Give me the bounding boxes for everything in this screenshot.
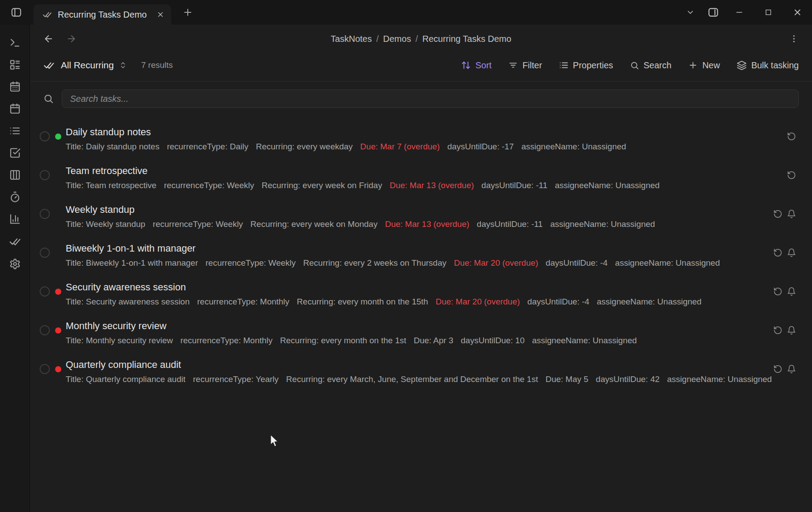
task-title: Biweekly 1-on-1 with manager [66, 243, 796, 254]
sidebar-toggle-icon[interactable] [11, 7, 22, 18]
view-title[interactable]: All Recurring [61, 60, 114, 70]
task-actions [787, 171, 796, 180]
plus-icon [688, 60, 698, 70]
meta-title: Title: Biweekly 1-on-1 with manager [66, 258, 198, 267]
recurrence-refresh-icon[interactable] [773, 287, 782, 296]
recurrence-refresh-icon[interactable] [787, 132, 796, 141]
task-row[interactable]: Daily standup notes Title: Daily standup… [30, 122, 812, 161]
timer-icon[interactable] [9, 191, 21, 203]
task-checkbox[interactable] [40, 248, 50, 258]
left-ribbon [0, 25, 30, 512]
task-actions [773, 326, 796, 335]
toolbar-actions: Sort Filter Properties Search New Bulk t… [461, 60, 799, 70]
search-icon [630, 61, 639, 70]
task-meta: Title: Quarterly compliance auditrecurre… [66, 375, 796, 384]
new-task-button[interactable]: New [688, 60, 720, 70]
meta-recurrence-type: recurrenceType: Monthly [180, 336, 272, 345]
meta-recurring: Recurring: every 2 weeks on Thursday [303, 258, 447, 267]
bulk-tasking-button[interactable]: Bulk tasking [737, 60, 799, 70]
breadcrumb-tasknotes[interactable]: TaskNotes [331, 34, 372, 44]
tab-list-chevron-icon[interactable] [679, 0, 702, 25]
recurrence-refresh-icon[interactable] [773, 364, 782, 374]
task-checkbox[interactable] [40, 170, 50, 180]
breadcrumb-demos[interactable]: Demos [383, 34, 411, 44]
recurrence-refresh-icon[interactable] [787, 171, 796, 180]
nav-header: TaskNotes/Demos/Recurring Tasks Demo [30, 25, 812, 53]
right-sidebar-toggle-icon[interactable] [702, 0, 725, 25]
bar-chart-icon[interactable] [9, 213, 21, 225]
task-checkbox[interactable] [40, 286, 50, 297]
view-selector-chevrons-icon[interactable] [119, 61, 127, 69]
recurrence-refresh-icon[interactable] [773, 326, 782, 335]
task-meta: Title: Security awareness sessionrecurre… [66, 297, 796, 307]
calendar-days-icon[interactable] [9, 81, 21, 93]
status-dot-green [55, 134, 61, 140]
maximize-button[interactable] [754, 0, 783, 25]
meta-days-until-due: daysUntilDue: -11 [481, 181, 548, 190]
new-tab-button[interactable] [183, 7, 193, 18]
task-row[interactable]: Monthly security review Title: Monthly s… [30, 316, 812, 355]
check-square-icon[interactable] [9, 147, 21, 159]
task-meta: Title: Biweekly 1-on-1 with managerrecur… [66, 258, 796, 268]
properties-button[interactable]: Properties [559, 60, 613, 70]
task-meta: Title: Team retrospectiverecurrenceType:… [66, 181, 796, 190]
meta-due-date: Due: Mar 20 (overdue) [436, 297, 520, 306]
task-checkbox[interactable] [40, 364, 50, 374]
task-row[interactable]: Team retrospective Title: Team retrospec… [30, 161, 812, 200]
task-meta: Title: Monthly security reviewrecurrence… [66, 336, 796, 345]
meta-days-until-due: daysUntilDue: -4 [527, 297, 589, 306]
meta-days-until-due: daysUntilDue: 42 [596, 375, 660, 384]
meta-due-date: Due: Apr 3 [414, 336, 454, 345]
properties-label: Properties [573, 60, 613, 70]
task-title: Security awareness session [66, 282, 796, 293]
reminder-bell-icon[interactable] [787, 326, 796, 335]
status-dot-red [55, 327, 61, 334]
search-button[interactable]: Search [630, 60, 671, 70]
task-checkbox[interactable] [40, 209, 50, 219]
close-button[interactable] [783, 0, 812, 25]
reminder-bell-icon[interactable] [787, 209, 796, 219]
tasknotes-double-check-icon[interactable] [9, 235, 21, 248]
more-options-icon[interactable] [789, 34, 799, 44]
filter-icon [508, 60, 518, 70]
list-icon[interactable] [9, 125, 21, 137]
kanban-columns-icon[interactable] [9, 169, 21, 181]
meta-assignee: assigneeName: Unassigned [532, 336, 637, 345]
recurrence-refresh-icon[interactable] [773, 248, 782, 257]
back-arrow-icon[interactable] [43, 33, 54, 44]
status-dot-red [55, 366, 61, 372]
meta-recurrence-type: recurrenceType: Weekly [205, 258, 296, 267]
meta-assignee: assigneeName: Unassigned [667, 375, 772, 384]
filter-button[interactable]: Filter [508, 60, 542, 70]
task-checkbox[interactable] [40, 325, 50, 335]
calendar-icon[interactable] [9, 103, 21, 115]
task-actions [773, 248, 796, 257]
meta-recurring: Recurring: every weekday [256, 142, 353, 151]
breadcrumb-current[interactable]: Recurring Tasks Demo [422, 34, 511, 44]
recurrence-refresh-icon[interactable] [773, 209, 782, 219]
task-checkbox[interactable] [40, 131, 50, 141]
forward-arrow-icon[interactable] [66, 33, 77, 44]
tab-recurring-tasks-demo[interactable]: Recurring Tasks Demo [34, 4, 171, 25]
layout-list-icon[interactable] [9, 59, 21, 70]
sort-button[interactable]: Sort [461, 60, 492, 70]
task-title: Team retrospective [66, 165, 796, 177]
layers-icon [737, 60, 747, 70]
task-row[interactable]: Biweekly 1-on-1 with manager Title: Biwe… [30, 238, 812, 277]
minimize-button[interactable] [725, 0, 754, 25]
search-input[interactable] [62, 89, 799, 108]
meta-recurring: Recurring: every week on Friday [261, 181, 382, 190]
task-row[interactable]: Weekly standup Title: Weekly standuprecu… [30, 200, 812, 238]
reminder-bell-icon[interactable] [787, 248, 796, 257]
reminder-bell-icon[interactable] [787, 364, 796, 374]
task-meta: Title: Daily standup notesrecurrenceType… [66, 142, 796, 152]
tab-close-icon[interactable] [155, 9, 166, 20]
meta-assignee: assigneeName: Unassigned [615, 258, 720, 267]
terminal-icon[interactable] [9, 37, 21, 48]
task-row[interactable]: Quarterly compliance audit Title: Quarte… [30, 355, 812, 393]
settings-gear-icon[interactable] [9, 258, 21, 270]
task-row[interactable]: Security awareness session Title: Securi… [30, 277, 812, 316]
reminder-bell-icon[interactable] [787, 287, 796, 296]
meta-days-until-due: daysUntilDue: 10 [461, 336, 525, 345]
meta-recurring: Recurring: every week on Monday [250, 219, 377, 229]
